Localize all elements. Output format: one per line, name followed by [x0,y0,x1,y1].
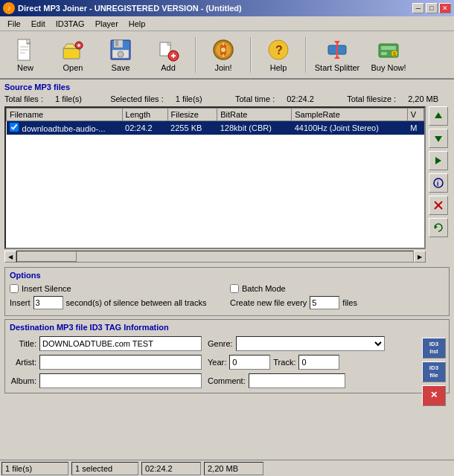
close-button[interactable]: ✕ [439,3,451,13]
add-label: Add [161,63,176,72]
file-samplerate: 44100Hz (Joint Stereo) [292,121,408,135]
svg-marker-27 [334,41,340,45]
id3-track-label: Track: [273,358,295,367]
col-bitrate: BitRate [217,109,292,121]
app-icon: ♪ [3,2,15,14]
svg-rect-31 [381,52,387,55]
total-time-value: 02:24.2 [287,94,314,103]
refresh-button[interactable] [429,218,448,237]
delete-button[interactable] [429,196,448,215]
id3-side-buttons: ID3list ID3file ✕ [422,338,446,406]
maximize-button[interactable]: □ [426,3,438,13]
info-button[interactable]: i [429,173,448,193]
selected-files-label: Selected files : [110,94,164,103]
open-icon [61,38,85,62]
total-filesize-value: 2,20 MB [408,94,438,103]
scroll-left-button[interactable]: ◀ [4,251,16,263]
save-label: Save [111,63,130,72]
total-files-value: 1 file(s) [55,94,82,103]
id3-comment-input[interactable] [249,373,345,388]
svg-text:?: ? [275,44,283,57]
files-label: files [342,298,357,307]
col-length: Length [122,109,167,121]
id3-list-button[interactable]: ID3list [422,338,446,358]
selected-files-value: 1 file(s) [176,94,202,103]
total-files-label: Total files : [4,94,43,103]
minimize-button[interactable]: ─ [412,3,424,13]
create-value-input[interactable] [310,296,339,309]
buy-label: Buy Now! [371,63,406,72]
toolbar: New Open [0,31,454,80]
file-checkbox-cell: downloadtube-audio-... [7,121,123,135]
batch-mode-checkbox[interactable] [230,284,239,293]
save-icon [109,38,132,62]
source-section-label: Source MP3 files [4,83,450,91]
h-scroll-thumb[interactable] [17,251,77,262]
insert-label: Insert [10,298,31,307]
play-button[interactable] [429,151,448,170]
help-icon: ? [266,38,290,62]
file-filesize: 2255 KB [167,121,217,135]
menu-id3tag[interactable]: ID3TAG [51,18,89,30]
menu-player[interactable]: Player [91,18,123,30]
total-filesize-label: Total filesize : [347,94,396,103]
scroll-right-button[interactable]: ▶ [414,251,426,263]
file-length: 02:24.2 [122,121,167,135]
batch-mode-label: Batch Mode [230,284,286,293]
join-button[interactable]: Join! [201,35,246,75]
total-time-label: Total time : [235,94,275,103]
file-filename: downloadtube-audio-... [22,124,106,133]
id3-file-button[interactable]: ID3file [422,361,446,382]
menu-bar: File Edit ID3TAG Player Help [0,16,454,31]
join-label: Join! [214,63,231,72]
col-filesize: Filesize [167,109,217,121]
buy-button[interactable]: $ Buy Now! [366,35,411,75]
status-bar: 1 file(s) 1 selected 02:24.2 2,20 MB [0,460,454,476]
open-label: Open [63,63,83,72]
svg-point-14 [118,51,124,57]
id3-track-input[interactable] [298,355,339,370]
h-scrollbar[interactable]: ◀ ▶ [4,251,426,263]
add-icon [156,38,180,62]
insert-silence-checkbox[interactable] [10,284,19,293]
save-button[interactable]: Save [98,35,143,75]
id3-title-label: Title: [10,339,36,348]
file-list[interactable]: Filename Length Filesize BitRate SampleR… [4,106,426,249]
status-files: 1 file(s) [1,462,68,475]
status-time: 02:24.2 [141,462,201,475]
splitter-button[interactable]: Start Splitter [311,35,363,75]
move-down-button[interactable] [429,129,448,148]
id3-genre-select[interactable] [236,336,385,351]
open-button[interactable]: Open [51,35,95,75]
id3-year-input[interactable] [229,355,270,370]
add-button[interactable]: Add [146,35,191,75]
svg-text:i: i [437,180,439,187]
id3-clear-button[interactable]: ✕ [422,385,446,406]
move-up-button[interactable] [429,106,448,126]
new-label: New [17,63,33,72]
id3-title-input[interactable] [39,336,202,351]
menu-file[interactable]: File [3,18,25,30]
file-checkbox[interactable] [10,123,19,132]
svg-marker-35 [435,136,442,142]
status-size: 2,20 MB [204,462,263,475]
new-button[interactable]: New [3,35,48,75]
svg-rect-12 [115,40,118,46]
id3-genre-label: Genre: [208,339,233,348]
svg-marker-28 [334,55,340,59]
table-row[interactable]: downloadtube-audio-... 02:24.2 2255 KB 1… [7,121,424,135]
insert-value-input[interactable] [33,296,63,309]
menu-edit[interactable]: Edit [27,18,50,30]
help-button[interactable]: ? Help [256,35,301,75]
h-scroll-track[interactable] [16,251,414,263]
svg-rect-30 [381,46,396,50]
id3-album-input[interactable] [39,373,202,388]
svg-text:$: $ [393,51,396,57]
toolbar-separator-1 [195,37,196,73]
id3-artist-input[interactable] [39,355,202,370]
title-bar: ♪ Direct MP3 Joiner - UNREGISTERED VERSI… [0,0,454,16]
svg-marker-41 [435,225,438,229]
toolbar-separator-3 [305,37,307,73]
create-label: Create new file every [230,298,307,307]
menu-help[interactable]: Help [124,18,150,30]
